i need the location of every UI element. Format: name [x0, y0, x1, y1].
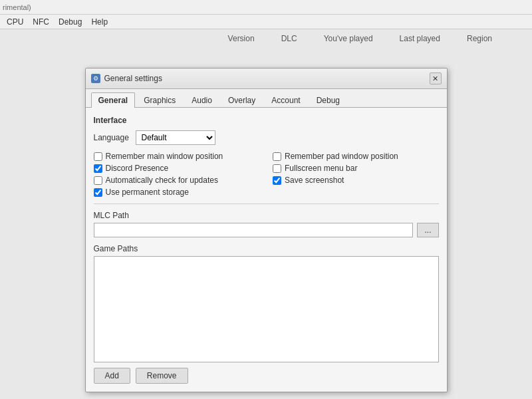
game-paths-buttons: Add Remove: [94, 368, 439, 384]
checkbox-use-permanent-storage[interactable]: Use permanent storage: [94, 188, 260, 197]
remove-game-path-button[interactable]: Remove: [136, 368, 188, 384]
checkbox-remember-main[interactable]: Remember main window position: [94, 152, 260, 161]
language-label: Language: [94, 133, 130, 142]
remember-pad-label: Remember pad window position: [285, 152, 398, 161]
dialog-body: Interface Language Default English Frenc…: [86, 108, 447, 392]
tab-bar: General Graphics Audio Overlay Account D…: [86, 89, 447, 108]
fullscreen-menu-label: Fullscreen menu bar: [285, 164, 357, 173]
discord-presence-checkbox[interactable]: [94, 164, 102, 173]
mlc-path-section: MLC Path ...: [94, 211, 439, 237]
remember-pad-checkbox[interactable]: [273, 152, 281, 161]
mlc-path-row: ...: [94, 223, 439, 237]
dialog-titlebar: ⚙ General settings ✕: [86, 68, 447, 89]
menu-help[interactable]: Help: [87, 16, 112, 28]
tab-graphics[interactable]: Graphics: [136, 92, 183, 108]
table-header-bar: Version DLC You've played Last played Re…: [0, 29, 532, 48]
tab-debug[interactable]: Debug: [309, 92, 347, 108]
menu-nfc[interactable]: NFC: [29, 16, 53, 28]
checkbox-discord-presence[interactable]: Discord Presence: [94, 164, 260, 173]
menu-cpu[interactable]: CPU: [3, 16, 27, 28]
remember-main-checkbox[interactable]: [94, 152, 102, 161]
checkbox-remember-pad[interactable]: Remember pad window position: [273, 152, 439, 161]
game-paths-list: [94, 256, 439, 362]
checkbox-auto-check-updates[interactable]: Automatically check for updates: [94, 176, 260, 185]
use-permanent-storage-checkbox[interactable]: [94, 188, 102, 197]
app-titlebar: rimental): [0, 0, 532, 15]
col-youve-played: You've played: [324, 34, 373, 43]
save-screenshot-checkbox[interactable]: [273, 176, 281, 185]
divider-1: [94, 203, 439, 204]
interface-section-label: Interface: [94, 116, 439, 125]
save-screenshot-label: Save screenshot: [285, 176, 344, 185]
game-paths-section: Game Paths Add Remove: [94, 244, 439, 384]
main-content: ⚙ General settings ✕ General Graphics Au…: [0, 48, 532, 399]
mlc-path-label: MLC Path: [94, 211, 439, 220]
menubar: CPU NFC Debug Help: [0, 15, 532, 29]
tab-overlay[interactable]: Overlay: [221, 92, 263, 108]
auto-check-updates-label: Automatically check for updates: [106, 176, 218, 185]
use-permanent-storage-label: Use permanent storage: [106, 188, 189, 197]
game-paths-label: Game Paths: [94, 244, 439, 253]
language-row: Language Default English French German S…: [94, 130, 439, 145]
dialog-title-text: General settings: [104, 74, 162, 83]
auto-check-updates-checkbox[interactable]: [94, 176, 102, 185]
tab-audio[interactable]: Audio: [184, 92, 219, 108]
app-title: rimental): [3, 3, 31, 11]
tab-account[interactable]: Account: [264, 92, 307, 108]
discord-presence-label: Discord Presence: [106, 164, 169, 173]
dialog-title-left: ⚙ General settings: [91, 74, 162, 83]
mlc-path-input[interactable]: [94, 223, 414, 237]
add-game-path-button[interactable]: Add: [94, 368, 130, 384]
dialog-backdrop: ⚙ General settings ✕ General Graphics Au…: [0, 48, 532, 399]
col-last-played: Last played: [400, 34, 440, 43]
checkbox-fullscreen-menu[interactable]: Fullscreen menu bar: [273, 164, 439, 173]
fullscreen-menu-checkbox[interactable]: [273, 164, 281, 173]
checkboxes-grid: Remember main window position Remember p…: [94, 152, 439, 197]
col-version: Version: [228, 34, 255, 43]
checkbox-save-screenshot[interactable]: Save screenshot: [273, 176, 439, 185]
col-region: Region: [467, 34, 492, 43]
general-settings-dialog: ⚙ General settings ✕ General Graphics Au…: [85, 68, 448, 392]
dialog-close-button[interactable]: ✕: [430, 72, 442, 84]
language-select[interactable]: Default English French German Spanish Ja…: [136, 130, 215, 145]
menu-debug[interactable]: Debug: [55, 16, 86, 28]
col-dlc: DLC: [281, 34, 297, 43]
mlc-browse-button[interactable]: ...: [417, 223, 438, 237]
tab-general[interactable]: General: [91, 92, 136, 108]
settings-icon: ⚙: [91, 74, 100, 83]
remember-main-label: Remember main window position: [106, 152, 223, 161]
